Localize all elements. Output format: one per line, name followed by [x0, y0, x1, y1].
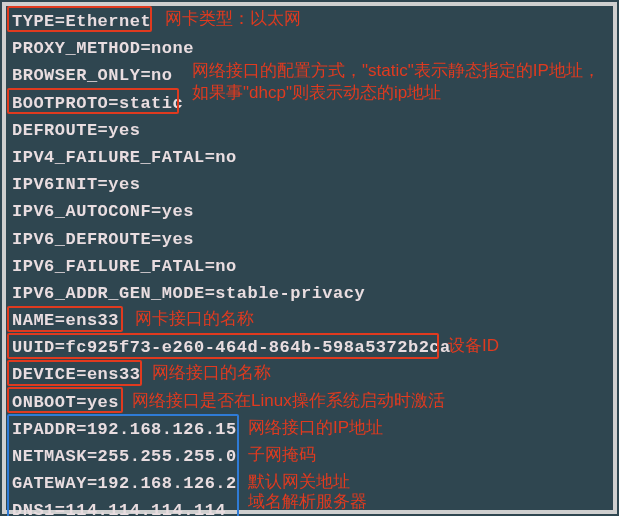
cfg-uuid: UUID=fc925f73-e260-464d-864b-598a5372b2c… [12, 334, 613, 361]
ann-name: 网卡接口的名称 [135, 308, 254, 330]
ann-bootproto: 网络接口的配置方式，"static"表示静态指定的IP地址，如果事"dhcp"则… [192, 60, 602, 104]
ann-netmask: 子网掩码 [248, 444, 316, 466]
cfg-device: DEVICE=ens33 [12, 361, 613, 388]
ann-dns: 域名解析服务器 [248, 491, 367, 513]
cfg-name: NAME=ens33 [12, 307, 613, 334]
cfg-ipv6-addr-gen-mode: IPV6_ADDR_GEN_MODE=stable-privacy [12, 280, 613, 307]
cfg-proxy-method: PROXY_METHOD=none [12, 35, 613, 62]
cfg-ipv6-autoconf: IPV6_AUTOCONF=yes [12, 198, 613, 225]
ann-uuid: 设备ID [448, 335, 499, 357]
cfg-ipv4-failure-fatal: IPV4_FAILURE_FATAL=no [12, 144, 613, 171]
cfg-ipv6init: IPV6INIT=yes [12, 171, 613, 198]
cfg-ipv6-failure-fatal: IPV6_FAILURE_FATAL=no [12, 253, 613, 280]
ann-type: 网卡类型：以太网 [165, 8, 301, 30]
ann-device: 网络接口的名称 [152, 362, 271, 384]
cfg-defroute: DEFROUTE=yes [12, 117, 613, 144]
ann-gateway: 默认网关地址 [248, 471, 350, 493]
ann-onboot: 网络接口是否在Linux操作系统启动时激活 [132, 390, 445, 412]
ann-ipaddr: 网络接口的IP地址 [248, 417, 383, 439]
cfg-type: TYPE=Ethernet [12, 8, 613, 35]
cfg-ipv6-defroute: IPV6_DEFROUTE=yes [12, 226, 613, 253]
